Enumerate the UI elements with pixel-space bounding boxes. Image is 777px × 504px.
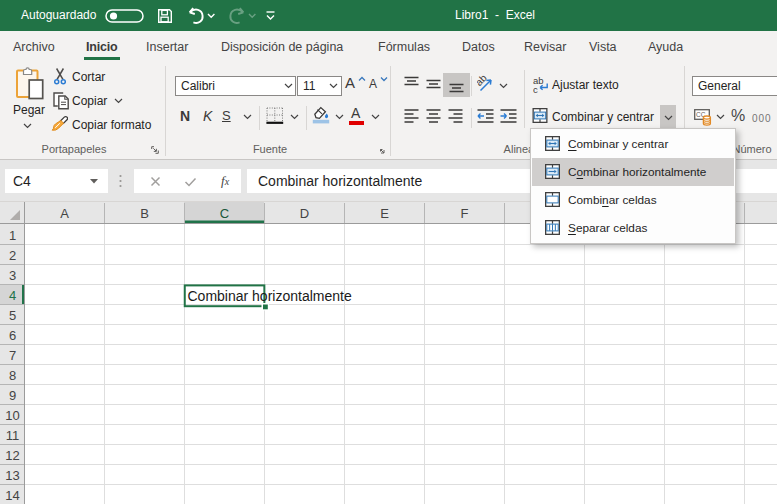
svg-text:c: c [533, 84, 538, 94]
svg-text:11: 11 [6, 428, 20, 443]
svg-text:D: D [300, 206, 309, 221]
svg-text:14: 14 [5, 488, 19, 503]
svg-text:C: C [220, 206, 229, 221]
svg-text:B: B [140, 206, 149, 221]
svg-text:A: A [60, 206, 69, 221]
svg-text:ab: ab [477, 75, 489, 88]
svg-text:8: 8 [9, 368, 16, 383]
svg-text:13: 13 [5, 468, 19, 483]
svg-text:1: 1 [9, 228, 16, 243]
svg-text:7: 7 [9, 348, 16, 363]
svg-text:E: E [380, 206, 389, 221]
svg-text:6: 6 [9, 328, 16, 343]
svg-text:3: 3 [9, 268, 16, 283]
svg-text:Combinar horizontalmente: Combinar horizontalmente [188, 288, 352, 304]
svg-text:10: 10 [5, 408, 19, 423]
svg-text:12: 12 [5, 448, 19, 463]
svg-text:4: 4 [9, 288, 16, 303]
svg-text:F: F [461, 206, 469, 221]
svg-text:9: 9 [9, 388, 16, 403]
svg-text:2: 2 [9, 248, 16, 263]
svg-text:5: 5 [9, 308, 16, 323]
